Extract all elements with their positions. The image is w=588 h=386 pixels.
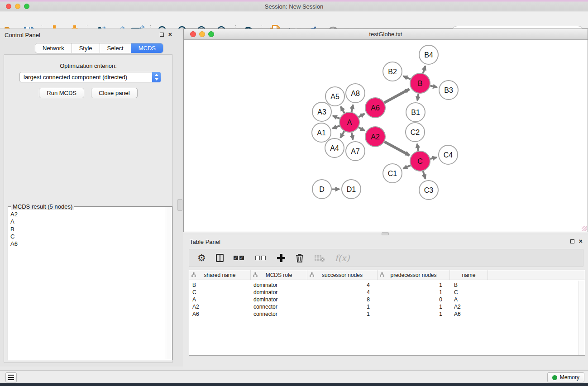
table-cell[interactable]: connector [251, 303, 307, 310]
tab-mcds[interactable]: MCDS [131, 43, 163, 53]
graph-edge[interactable] [403, 165, 411, 168]
tab-network[interactable]: Network [35, 43, 72, 53]
graph-edge[interactable] [403, 76, 411, 79]
table-row[interactable]: Cdominator41C [189, 289, 585, 296]
graph-edge[interactable] [423, 66, 425, 73]
table-cell[interactable]: C [189, 289, 251, 296]
minimize-window-button[interactable] [15, 4, 20, 9]
table-row[interactable]: Bdominator41B [189, 281, 585, 289]
table-scrollbar[interactable] [578, 281, 584, 355]
panel-divider[interactable] [177, 29, 183, 367]
close-window-button[interactable] [6, 4, 11, 9]
result-item[interactable]: C [9, 233, 166, 240]
graph-edge[interactable] [417, 144, 418, 151]
table-row[interactable]: A2connector11A2 [189, 303, 585, 310]
graph-edge[interactable] [352, 133, 353, 140]
window-resize-handle[interactable] [582, 226, 587, 231]
add-column-icon[interactable] [277, 251, 285, 265]
graph-edge[interactable] [430, 157, 436, 159]
net-maximize-button[interactable] [208, 31, 214, 37]
table-row[interactable]: Adominator80A [189, 296, 585, 303]
result-item[interactable]: A6 [9, 240, 166, 248]
graph-edge[interactable] [423, 171, 425, 179]
graph-edge[interactable] [430, 86, 437, 87]
table-cell[interactable]: dominator [251, 281, 307, 289]
maximize-window-button[interactable] [24, 4, 29, 9]
graph-edge[interactable] [352, 105, 353, 112]
table-cell[interactable]: 1 [378, 281, 450, 289]
memory-button[interactable]: Memory [547, 372, 584, 382]
tab-select[interactable]: Select [100, 43, 131, 53]
result-scrollbar[interactable] [166, 207, 172, 359]
graph-node-label: A6 [371, 104, 380, 112]
column-header-mcds-role[interactable]: MCDS role [251, 270, 307, 280]
table-cell[interactable]: 4 [307, 281, 378, 289]
close-panel-button[interactable]: Close panel [91, 88, 138, 98]
table-cell[interactable]: B [450, 281, 488, 289]
result-item[interactable]: A [9, 218, 166, 225]
table-cell[interactable]: dominator [251, 296, 307, 303]
table-cell[interactable]: dominator [251, 289, 307, 296]
optimization-criterion-select[interactable]: largest connected component (directed) [19, 72, 161, 82]
table-cell[interactable]: 8 [307, 296, 378, 303]
optimization-criterion-label: Optimization criterion: [4, 62, 172, 69]
graph-edge[interactable] [340, 131, 344, 138]
graph-node-label: B [418, 80, 423, 87]
column-header-name[interactable]: name [450, 270, 488, 280]
table-cell[interactable]: A2 [189, 303, 251, 310]
table-cell-filler [488, 303, 585, 310]
graph-edge[interactable] [341, 107, 344, 113]
close-panel-icon[interactable]: × [168, 30, 172, 38]
network-canvas[interactable]: B4B2BB3A5A8A6B1A3AA1C2A2A4A7C4CC1C3DD1 [184, 40, 588, 232]
table-cell[interactable]: A [450, 296, 488, 303]
main-titlebar: Session: New Session [0, 0, 588, 11]
table-cell[interactable]: C [450, 289, 488, 296]
column-header-successor-nodes[interactable]: successor nodes [307, 270, 378, 280]
graph-edge[interactable] [359, 114, 364, 117]
graph-edge[interactable] [332, 126, 339, 129]
network-window-titlebar[interactable]: testGlobe.txt [184, 29, 588, 40]
tab-style[interactable]: Style [72, 43, 100, 53]
table-cell[interactable]: 1 [378, 310, 450, 318]
run-mcds-button[interactable]: Run MCDS [39, 88, 84, 98]
select-all-columns-icon[interactable]: ✓✓ [234, 251, 245, 265]
net-minimize-button[interactable] [199, 31, 205, 37]
close-table-panel-icon[interactable]: × [579, 237, 583, 245]
graph-edge[interactable] [417, 94, 418, 101]
delete-column-icon[interactable] [295, 251, 304, 265]
table-cell[interactable]: A6 [450, 310, 488, 318]
graph-edge[interactable] [384, 89, 409, 103]
table-cell[interactable]: A2 [450, 303, 488, 310]
table-cell[interactable]: A [189, 296, 251, 303]
table-cell[interactable]: 4 [307, 289, 378, 296]
horizontal-divider-grip[interactable] [382, 232, 389, 235]
graph-edge[interactable] [384, 142, 409, 155]
table-settings-gear-icon[interactable]: ⚙ [197, 251, 206, 265]
task-history-button[interactable] [5, 372, 17, 382]
result-item[interactable]: B [9, 226, 166, 233]
table-cell[interactable]: connector [251, 310, 307, 318]
table-cell[interactable]: 1 [378, 303, 450, 310]
table-cell[interactable]: 1 [307, 303, 378, 310]
deselect-all-columns-icon[interactable] [255, 251, 267, 265]
table-cell-filler [488, 289, 585, 296]
column-header-shared-name[interactable]: shared name [189, 270, 251, 280]
graph-edge[interactable] [359, 127, 364, 131]
divider-grip[interactable] [177, 199, 182, 211]
column-header-predecessor-nodes[interactable]: predecessor nodes [378, 270, 450, 280]
graph-edge[interactable] [333, 116, 339, 119]
table-cell[interactable]: 1 [378, 289, 450, 296]
result-item[interactable]: A2 [9, 211, 166, 218]
control-panel: Control Panel × Network Style Select MCD… [0, 29, 177, 367]
table-row[interactable]: A6connector11A6 [189, 310, 585, 318]
table-cell[interactable]: 1 [307, 310, 378, 318]
memory-status-icon [552, 375, 557, 380]
show-columns-icon[interactable] [216, 251, 224, 265]
float-table-panel-icon[interactable] [570, 239, 574, 243]
table-cell[interactable]: 0 [378, 296, 450, 303]
float-panel-icon[interactable] [160, 33, 164, 37]
column-header-filler [488, 270, 585, 280]
table-cell[interactable]: B [189, 281, 251, 289]
table-cell[interactable]: A6 [189, 310, 251, 318]
net-close-button[interactable] [190, 31, 196, 37]
